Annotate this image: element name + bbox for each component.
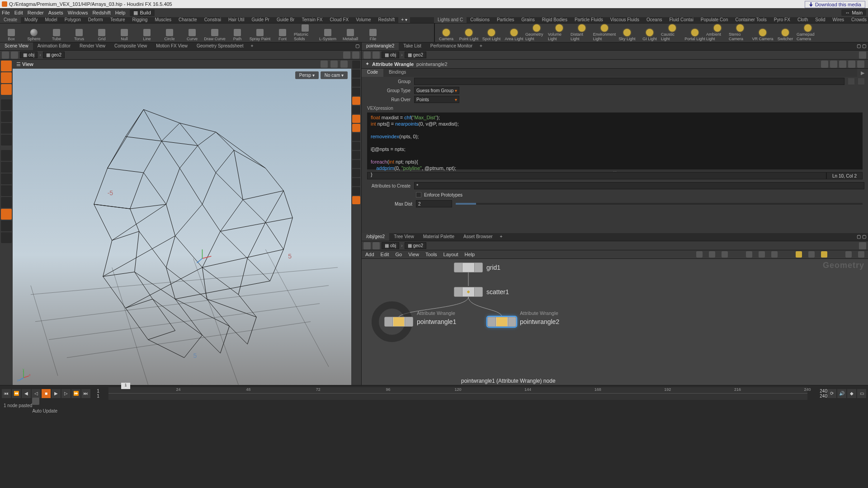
net-crumb-obj[interactable]: ▦ obj bbox=[382, 242, 399, 249]
parm-fwd-icon[interactable] bbox=[373, 52, 380, 59]
handle-icon[interactable] bbox=[1, 150, 12, 161]
shelf-tab[interactable]: Modify bbox=[21, 17, 41, 23]
shelf-tab[interactable]: Model bbox=[41, 17, 61, 23]
add-pane-tab[interactable]: + bbox=[248, 42, 256, 50]
menu-windows[interactable]: Windows bbox=[68, 10, 88, 15]
net-color-icon[interactable] bbox=[796, 251, 802, 258]
select-tool-icon[interactable] bbox=[1, 61, 12, 71]
net-view-3-icon[interactable] bbox=[771, 251, 778, 258]
lasso-icon[interactable] bbox=[1, 84, 12, 95]
tool-portal-light[interactable]: Portal Light bbox=[684, 23, 706, 42]
tool-camera[interactable]: Camera bbox=[435, 23, 458, 42]
shelf-tab[interactable]: Grains bbox=[518, 17, 538, 23]
node-name-field[interactable]: pointwrangle2 bbox=[416, 61, 448, 67]
timeline-track[interactable]: 24487296120144168192216240 1 bbox=[108, 387, 807, 400]
shelf-tab[interactable]: Wires bbox=[829, 17, 848, 23]
net-menu-edit[interactable]: Edit bbox=[381, 252, 389, 257]
shelf-tab[interactable]: Crowds bbox=[848, 17, 868, 23]
snap-icon[interactable] bbox=[1, 162, 12, 173]
shelf-tab[interactable]: Hair Util bbox=[225, 17, 248, 23]
crumb-geo[interactable]: ▦ geo2 bbox=[43, 52, 65, 58]
tool-spot-light[interactable]: Spot Light bbox=[480, 23, 503, 42]
menu-render[interactable]: Render bbox=[28, 10, 44, 15]
net-menu-help[interactable]: Help bbox=[465, 252, 475, 257]
points-icon[interactable] bbox=[352, 88, 360, 96]
vp-icon-3[interactable] bbox=[340, 61, 348, 68]
pane-tab[interactable]: Geometry Spreadsheet bbox=[192, 42, 248, 50]
tool-curve[interactable]: Curve bbox=[181, 23, 203, 42]
parm-tab-code[interactable]: Code bbox=[362, 69, 383, 77]
net-menu-add[interactable]: Add bbox=[365, 252, 374, 257]
tool-switcher[interactable]: Switcher bbox=[774, 23, 797, 42]
normals-icon[interactable] bbox=[352, 106, 360, 114]
shelf-tab[interactable]: Cloth bbox=[794, 17, 811, 23]
parm-add-tab[interactable]: + bbox=[477, 42, 485, 50]
parm-back-icon[interactable] bbox=[363, 52, 371, 59]
download-media-button[interactable]: Download this media bbox=[805, 1, 865, 8]
tool-circle[interactable]: Circle bbox=[158, 23, 181, 42]
magnet-icon[interactable] bbox=[1, 197, 12, 208]
menu-assets[interactable]: Assets bbox=[48, 10, 63, 15]
tool-tube[interactable]: Tube bbox=[45, 23, 68, 42]
tool-box[interactable]: Box bbox=[0, 23, 23, 42]
search-icon[interactable] bbox=[839, 61, 846, 68]
net-view-2-icon[interactable] bbox=[759, 251, 765, 258]
pane-tab[interactable]: Take List bbox=[399, 42, 425, 50]
range-end[interactable]: 240 bbox=[811, 389, 829, 394]
next-key-button[interactable]: ⏩ bbox=[71, 389, 80, 398]
shelf-tab[interactable]: Rigid Bodies bbox=[538, 17, 571, 23]
shelf-tab[interactable]: Muscles bbox=[151, 17, 175, 23]
arrow-icon[interactable] bbox=[1, 99, 12, 110]
shelf-tab[interactable]: Characte bbox=[175, 17, 201, 23]
net-add-tab[interactable]: + bbox=[497, 233, 505, 241]
tool-vr-camera[interactable]: VR Camera bbox=[751, 23, 774, 42]
frame-cursor[interactable]: 1 bbox=[121, 383, 130, 389]
play-icon[interactable]: ▶ bbox=[857, 70, 868, 76]
help-icon[interactable] bbox=[857, 61, 864, 68]
wire-icon[interactable] bbox=[352, 169, 360, 177]
shelf-tab[interactable]: Pyro FX bbox=[770, 17, 794, 23]
view-icon[interactable] bbox=[1, 221, 12, 231]
tool-path[interactable]: Path bbox=[226, 23, 249, 42]
desktop-selector[interactable]: ▦ Build bbox=[130, 9, 154, 16]
tool-font[interactable]: Font bbox=[271, 23, 294, 42]
menu-redshift[interactable]: Redshift bbox=[92, 10, 110, 15]
net-shape-icon[interactable] bbox=[808, 251, 815, 258]
last-frame-button[interactable]: ⏭ bbox=[81, 389, 90, 398]
tool-gamepad-camera[interactable]: Gamepad Camera bbox=[797, 23, 819, 42]
tool-grid[interactable]: Grid bbox=[90, 23, 113, 42]
menu-edit[interactable]: Edit bbox=[14, 10, 23, 15]
net-view-1-icon[interactable] bbox=[746, 251, 752, 258]
net-menu-tools[interactable]: Tools bbox=[425, 252, 437, 257]
lock-icon[interactable] bbox=[352, 70, 360, 78]
tool-environment-light[interactable]: Environment Light bbox=[593, 23, 616, 42]
shelf-tab[interactable]: Particle Fluids bbox=[571, 17, 607, 23]
pane-menu-icon[interactable]: ▢ bbox=[354, 42, 361, 50]
net-menu-view[interactable]: View bbox=[408, 252, 419, 257]
group-field[interactable] bbox=[414, 78, 844, 85]
shade-icon[interactable] bbox=[352, 160, 360, 168]
render-icon[interactable] bbox=[1, 232, 12, 243]
shelf-tab[interactable]: Viscous Fluids bbox=[607, 17, 643, 23]
update-mode[interactable]: Auto Update bbox=[32, 408, 864, 413]
net-fwd-icon[interactable] bbox=[373, 242, 380, 249]
pane-tab[interactable]: Animation Editor bbox=[33, 42, 75, 50]
network-editor[interactable]: Geometry grid1 scatter1 Attrib bbox=[362, 259, 868, 385]
shelf-tab[interactable]: Populate Con bbox=[697, 17, 732, 23]
parm-tab-bindings[interactable]: Bindings bbox=[383, 69, 411, 77]
bg-icon[interactable] bbox=[352, 142, 360, 150]
tool-gi-light[interactable]: GI Light bbox=[638, 23, 661, 42]
tool-torus[interactable]: Torus bbox=[68, 23, 90, 42]
maxdist-field[interactable]: 2 bbox=[416, 200, 452, 207]
tool-sky-light[interactable]: Sky Light bbox=[616, 23, 638, 42]
tool-stereo-camera[interactable]: Stereo Camera bbox=[729, 23, 751, 42]
cplane-icon[interactable] bbox=[1, 209, 12, 220]
tool-l-system[interactable]: L-System bbox=[316, 23, 339, 42]
pane-tab[interactable]: Tree View bbox=[389, 233, 418, 241]
shelf-tab[interactable]: Volume bbox=[352, 17, 374, 23]
net-find-icon[interactable] bbox=[845, 251, 852, 258]
tool-volume-light[interactable]: Volume Light bbox=[548, 23, 571, 42]
scope-icon[interactable]: ▭ bbox=[857, 389, 866, 398]
shelf-tab[interactable]: Solid bbox=[811, 17, 829, 23]
net-menu-layout[interactable]: Layout bbox=[443, 252, 458, 257]
